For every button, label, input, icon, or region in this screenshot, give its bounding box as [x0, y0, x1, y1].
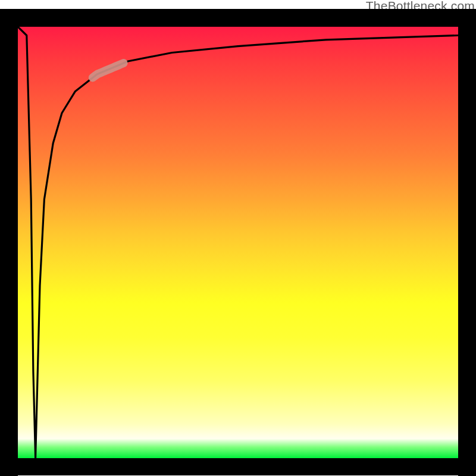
axis-border-bottom [0, 458, 476, 475]
axis-border-right [458, 9, 476, 476]
axis-border-top [0, 9, 476, 27]
plot-area [18, 27, 458, 458]
axis-border-left [0, 9, 18, 476]
chart-frame: TheBottleneck.com [0, 0, 476, 476]
